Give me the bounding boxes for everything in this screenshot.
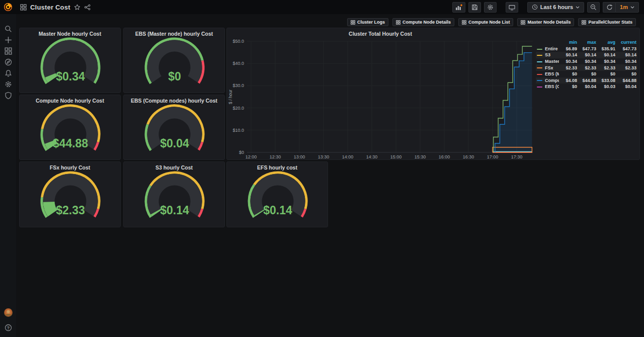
panel-master-node-hourly-cost: Master Node hourly Cost $0.34 bbox=[19, 28, 121, 93]
y-tick-label: $10.0 bbox=[232, 128, 244, 133]
help-icon[interactable]: ? bbox=[0, 322, 16, 333]
gauge-value-arc bbox=[49, 202, 52, 213]
dashboards-icon[interactable] bbox=[0, 45, 16, 56]
legend-stat-current: $0.14 bbox=[615, 52, 636, 57]
gauge: $0.14 bbox=[227, 170, 328, 227]
dashboard-link-compute-node-details[interactable]: Compute Node Details bbox=[392, 18, 454, 26]
grafana-logo[interactable] bbox=[0, 0, 16, 14]
dashboard-grid-icon bbox=[521, 20, 525, 25]
legend-column-max[interactable]: max bbox=[577, 40, 596, 45]
legend-column-min[interactable]: min bbox=[559, 40, 577, 45]
panel-compute-node-hourly-cost: Compute Node hourly Cost $44.88 bbox=[19, 95, 121, 160]
configuration-gear-icon[interactable] bbox=[0, 78, 16, 90]
star-icon[interactable] bbox=[74, 4, 80, 11]
legend-series-name: FSx bbox=[545, 65, 553, 70]
legend-row-fsx[interactable]: FSx$2.33$2.33$2.33$2.33 bbox=[536, 64, 637, 71]
y-tick-label: $30.0 bbox=[232, 83, 244, 88]
panel-efs-hourly-cost: EFS hourly cost $0.14 bbox=[226, 161, 328, 227]
legend-stat-max: $0.14 bbox=[577, 52, 596, 57]
x-tick-label: 16:30 bbox=[463, 154, 474, 159]
dashboard-title[interactable]: Cluster Cost bbox=[30, 4, 70, 11]
legend-stat-current: $2.33 bbox=[615, 65, 636, 70]
legend-series-name: EBS (Compute) bbox=[545, 84, 559, 89]
grafana-logo-icon bbox=[3, 2, 13, 12]
legend-stat-max: $0.04 bbox=[577, 84, 596, 89]
user-avatar[interactable] bbox=[0, 307, 16, 318]
gauge-value: $0.04 bbox=[160, 137, 189, 150]
gauge-value: $2.33 bbox=[56, 204, 85, 217]
legend-series-name: S3 bbox=[545, 52, 550, 57]
server-admin-shield-icon[interactable] bbox=[0, 90, 16, 101]
refresh-button[interactable] bbox=[603, 2, 615, 13]
grafana-dashboard: Cluster Cost bbox=[0, 0, 644, 337]
gauge-value-arc bbox=[155, 212, 156, 213]
gauge: $0.04 bbox=[124, 103, 224, 159]
svg-text:?: ? bbox=[7, 325, 9, 330]
dashboard-links-bar: Cluster LogsCompute Node DetailsCompute … bbox=[16, 17, 640, 27]
dashboard-link-parallelcluster-stats[interactable]: ParallelCluster Stats bbox=[578, 18, 636, 26]
clock-icon bbox=[532, 4, 538, 10]
legend-series-name: Compute Nodes bbox=[545, 78, 559, 83]
time-range-picker[interactable]: Last 6 hours bbox=[527, 2, 584, 13]
dashboard-link-compute-node-list[interactable]: Compute Node List bbox=[458, 18, 514, 26]
gauge: $44.88 bbox=[20, 103, 120, 159]
alerting-bell-icon[interactable] bbox=[0, 67, 16, 78]
legend-column-current[interactable]: current bbox=[615, 40, 636, 45]
refresh-interval-picker[interactable]: 1m bbox=[615, 2, 639, 13]
gauge-value-arc bbox=[259, 212, 260, 213]
legend-column-avg[interactable]: avg bbox=[596, 40, 615, 45]
legend-stat-avg: $33.08 bbox=[596, 78, 615, 83]
legend-stat-max: $47.73 bbox=[577, 46, 596, 51]
legend-row-master-node[interactable]: Master Node$0.34$0.34$0.34$0.34 bbox=[536, 58, 637, 65]
legend-series-color-dash bbox=[537, 55, 542, 56]
legend-row-ebs-master[interactable]: EBS (Master)$0$0$0$0 bbox=[536, 71, 637, 77]
refresh-interval-label: 1m bbox=[620, 4, 628, 10]
legend-row-compute-nodes[interactable]: Compute Nodes$4.08$44.88$33.08$44.88 bbox=[536, 77, 637, 84]
save-dashboard-button[interactable] bbox=[468, 2, 481, 13]
cycle-view-mode-button[interactable] bbox=[506, 2, 518, 13]
x-tick-label: 14:30 bbox=[366, 154, 378, 159]
share-icon[interactable] bbox=[84, 4, 91, 11]
legend-stat-max: $0.34 bbox=[577, 59, 596, 64]
legend-row-entire-cluster-cost[interactable]: Entire Cluster cost$6.89$47.73$35.91$47.… bbox=[536, 46, 637, 52]
legend-row-ebs-compute[interactable]: EBS (Compute)$0$0.04$0.03$0.04 bbox=[536, 83, 637, 90]
gauge: $0 bbox=[124, 36, 224, 93]
search-icon[interactable] bbox=[0, 23, 16, 34]
gauge-value: $44.88 bbox=[53, 137, 89, 150]
x-tick-label: 12:00 bbox=[246, 154, 257, 159]
time-range-zoom-out-button[interactable] bbox=[587, 2, 600, 13]
legend-stat-min: $2.33 bbox=[559, 65, 577, 70]
dashboard-settings-icon bbox=[487, 4, 494, 11]
legend-stat-min: $0.34 bbox=[559, 59, 577, 64]
caret-down-icon bbox=[630, 6, 634, 9]
legend-stat-avg: $0 bbox=[596, 71, 615, 76]
dashboard-settings-button[interactable] bbox=[484, 2, 497, 13]
legend-stat-avg: $0.14 bbox=[596, 52, 615, 57]
zoom-out-icon bbox=[590, 4, 597, 11]
legend-stat-avg: $35.91 bbox=[596, 46, 615, 51]
plus-icon[interactable] bbox=[0, 34, 16, 45]
add-panel-button[interactable] bbox=[452, 2, 465, 13]
dashboard-link-label: Compute Node Details bbox=[403, 20, 451, 25]
gauge-value-arc bbox=[50, 75, 52, 79]
dashboard-link-label: Compute Node List bbox=[468, 20, 510, 25]
gauge: $2.33 bbox=[20, 170, 120, 227]
legend-row-s3[interactable]: S3$0.14$0.14$0.14$0.14 bbox=[536, 52, 637, 58]
refresh-icon bbox=[606, 4, 613, 11]
gauge-value: $0.14 bbox=[263, 204, 292, 217]
dashboard-grid-icon bbox=[20, 4, 27, 11]
legend-series-color-dash bbox=[537, 80, 542, 81]
explore-compass-icon[interactable] bbox=[0, 56, 16, 67]
gauge-value: $0.34 bbox=[56, 70, 85, 83]
chart-legend-table: minmaxavgcurrentEntire Cluster cost$6.89… bbox=[536, 39, 637, 90]
dashboard-link-master-node-details[interactable]: Master Node Details bbox=[517, 18, 574, 26]
x-tick-label: 17:00 bbox=[487, 154, 499, 159]
legend-series-name: EBS (Master) bbox=[545, 71, 559, 76]
gauge-value: $0 bbox=[168, 70, 181, 83]
cycle-view-mode-icon bbox=[509, 4, 515, 11]
legend-stat-max: $44.88 bbox=[577, 78, 596, 83]
legend-stat-avg: $2.33 bbox=[596, 65, 615, 70]
dashboard-grid-icon bbox=[582, 20, 586, 25]
dashboard-link-cluster-logs[interactable]: Cluster Logs bbox=[347, 18, 388, 26]
legend-stat-current: $0.34 bbox=[615, 59, 636, 64]
